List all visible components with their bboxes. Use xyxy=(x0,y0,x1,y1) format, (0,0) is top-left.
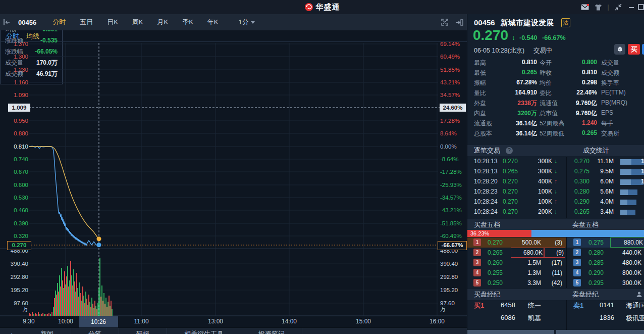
tab-年K[interactable]: 年K xyxy=(200,14,226,30)
stat-label: 换手率 xyxy=(601,79,644,87)
broker-person-icon[interactable] xyxy=(636,291,642,298)
footer-left-button[interactable] xyxy=(467,330,554,334)
time-axis-label: 15:00 xyxy=(352,318,375,325)
theme-icon[interactable] xyxy=(592,0,605,14)
pct-axis-label: -8.64% xyxy=(440,155,466,163)
trade-price: 0.270 xyxy=(503,178,523,185)
time-axis-label: 16:00 xyxy=(425,318,449,325)
price-volume-plot[interactable] xyxy=(0,0,467,334)
bid-broker-code: 6458 xyxy=(501,301,515,309)
time-axis-label: 13:00 xyxy=(204,318,227,325)
trade-down-arrow-icon: ↓ xyxy=(554,168,557,175)
ask-price: 0.285 xyxy=(588,258,604,268)
bottom-tab-研报[interactable]: 研报 xyxy=(119,327,167,334)
stat-value: 0.265 xyxy=(498,69,537,76)
stat-value: 1 xyxy=(638,69,644,76)
bid-broker-title: 买盘经纪 xyxy=(474,289,500,300)
bottom-tab-分笔[interactable]: 分笔 xyxy=(71,327,119,334)
time-axis-label: 11:00 xyxy=(130,318,153,325)
price-axis-label: 0.670 xyxy=(2,168,28,176)
last-price: 0.270 xyxy=(473,27,508,43)
maximize-icon[interactable] xyxy=(638,0,644,14)
volume-axis-label: 195.20 xyxy=(440,286,466,294)
tooltip-row: 涨跌幅-66.05% xyxy=(1,46,62,57)
bid-order-count: (9) xyxy=(544,248,565,258)
collapse-left-icon[interactable] xyxy=(0,19,13,25)
stat-value: 3200万 xyxy=(498,109,537,118)
stat-label: PB(MRQ) xyxy=(601,99,644,106)
trade-price: 0.270 xyxy=(503,188,523,195)
trade-time: 10:28:24 xyxy=(474,198,498,205)
tooltip-label: 成交额 xyxy=(5,70,23,78)
bottom-tab-相关衍生工具[interactable]: 相关衍生工具 xyxy=(167,327,241,334)
shrink-icon[interactable] xyxy=(612,0,625,14)
price-axis-label: 0.530 xyxy=(2,194,28,202)
bid-level-badge: 4 xyxy=(473,269,481,276)
trades-divider xyxy=(566,157,567,218)
section-header-depth: 买盘五档 卖盘五档 xyxy=(467,219,644,230)
intraday-chart[interactable]: 分时 均线 1.3701.3001.2301.1601.0900.9500.88… xyxy=(0,0,467,334)
stat-value: 2338万 xyxy=(498,99,537,108)
ask-size: 800.0K xyxy=(610,268,641,278)
bottom-tab-新闻[interactable]: 新闻 xyxy=(23,327,71,334)
trades-title: 逐笔交易 xyxy=(474,145,500,156)
buy-button[interactable]: 买 xyxy=(628,44,640,55)
volstat-bar xyxy=(620,179,643,185)
pin-up-icon[interactable]: ↑ xyxy=(0,327,23,334)
tab-季K[interactable]: 季K xyxy=(175,14,200,30)
broker-divider xyxy=(566,300,567,330)
pct-axis-label: -60.49% xyxy=(440,232,466,240)
tooltip-value: 46.91万 xyxy=(36,70,58,78)
price-axis-label: 1.160 xyxy=(2,78,28,86)
trade-down-arrow-icon: ↓ xyxy=(554,188,557,195)
stat-label: 交易所 xyxy=(601,129,644,138)
minimize-icon[interactable] xyxy=(625,0,638,14)
stat-value: 0.265 xyxy=(548,129,597,136)
trade-time: 10:28:23 xyxy=(474,188,498,195)
volume-axis-label: 390.40 xyxy=(440,260,466,268)
dock-panel-icon[interactable] xyxy=(452,19,467,26)
trade-down-arrow-icon: ↓ xyxy=(554,158,557,165)
ask-size: 880.0K xyxy=(610,237,644,248)
bid-size: 3.3M xyxy=(511,278,541,288)
stat-value: 0.810 xyxy=(548,69,597,76)
bid-order-count: (3) xyxy=(544,237,562,248)
pct-axis-label: 43.21% xyxy=(440,78,466,86)
ask-broker-name: 极讯亚太 xyxy=(626,314,644,323)
help-icon[interactable]: ? xyxy=(506,147,513,154)
price-alert-bell-icon[interactable] xyxy=(614,44,625,55)
tooltip-row: 涨跌额-0.535 xyxy=(1,35,62,46)
tab-interval-1min[interactable]: 1分 xyxy=(232,14,262,30)
time-axis-label: 14:00 xyxy=(278,318,301,325)
tab-五日[interactable]: 五日 xyxy=(73,14,100,30)
tab-日K[interactable]: 日K xyxy=(100,14,125,30)
bid-price: 0.250 xyxy=(488,278,503,288)
price-change-pct: -66.67% xyxy=(542,34,566,41)
bid-price: 0.260 xyxy=(488,258,503,268)
volstat-bar-value: 1 xyxy=(641,178,644,185)
stat-value: 0.800 xyxy=(548,59,597,66)
current-pct-label: -66.67% xyxy=(438,241,467,250)
trade-volume: 400K xyxy=(527,178,552,185)
fullscreen-icon[interactable] xyxy=(438,19,452,26)
price-axis-label: 0.600 xyxy=(2,181,28,189)
bottom-tab-投资笔记[interactable]: 投资笔记 xyxy=(241,327,302,334)
mail-icon[interactable] xyxy=(578,0,592,14)
pct-axis-label: 60.49% xyxy=(440,53,466,61)
ask-level-badge: 2 xyxy=(573,249,581,256)
ask-level-badge: 1 xyxy=(573,238,581,246)
tab-分时[interactable]: 分时 xyxy=(45,14,73,30)
sell-button[interactable]: 卖 xyxy=(642,44,644,55)
volume-axis-label: 292.80 xyxy=(2,273,28,281)
tooltip-value: 170.0万 xyxy=(36,59,58,67)
pct-axis-label: 34.57% xyxy=(440,91,466,99)
trade-up-arrow-icon: ↑ xyxy=(554,178,557,185)
pct-axis-label: 17.28% xyxy=(440,117,466,125)
volume-axis-label: 195.20 xyxy=(2,286,28,294)
stat-label: PE(TTM) xyxy=(601,89,644,96)
footer-right-button[interactable] xyxy=(556,330,644,334)
tooltip-value: -66.05% xyxy=(35,48,58,55)
tab-月K[interactable]: 月K xyxy=(150,14,176,30)
pct-axis-label: -25.93% xyxy=(440,181,466,189)
tab-周K[interactable]: 周K xyxy=(125,14,150,30)
